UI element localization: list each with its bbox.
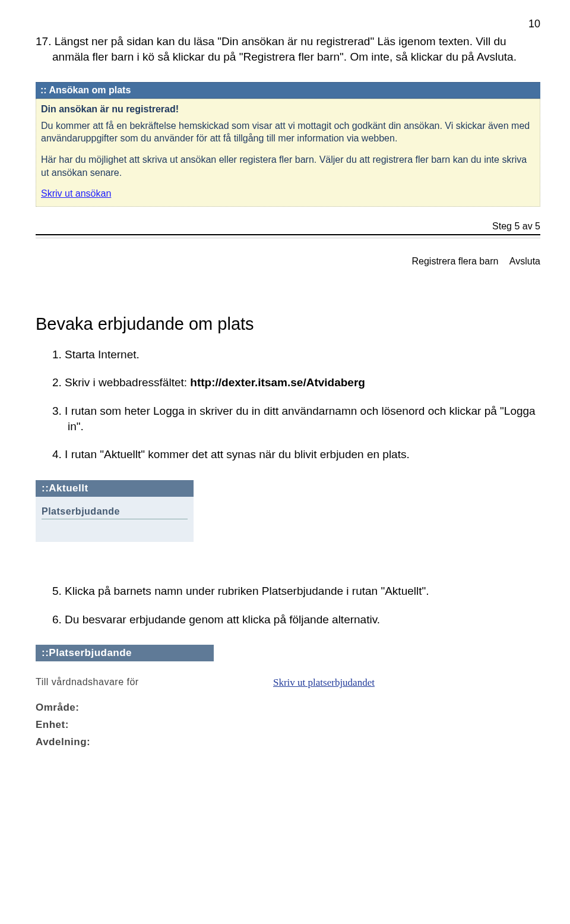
confirmation-paragraph-2: Här har du möjlighet att skriva ut ansök… xyxy=(41,153,535,179)
field-enhet: Enhet: xyxy=(36,717,540,734)
step-indicator: Steg 5 av 5 xyxy=(36,221,540,232)
plats-row: Till vårdnadshavare för Skriv ut platser… xyxy=(36,677,540,689)
platserbjudande-box-header: ::Platserbjudande xyxy=(36,645,214,661)
platserbjudande-subheading: Platserbjudande xyxy=(42,506,188,519)
finish-button[interactable]: Avsluta xyxy=(509,256,540,266)
list-item-text: 2. Skriv i webbadressfältet: xyxy=(52,376,190,389)
list-item: 3. I rutan som heter Logga in skriver du… xyxy=(68,403,540,434)
list-item: 5. Klicka på barnets namn under rubriken… xyxy=(68,584,540,599)
page-number: 10 xyxy=(36,18,540,30)
register-more-button[interactable]: Registrera flera barn xyxy=(412,256,499,266)
field-omrade: Område: xyxy=(36,699,540,717)
print-offer-link[interactable]: Skriv ut platserbjudandet xyxy=(273,677,375,689)
confirmation-title: Din ansökan är nu registrerad! xyxy=(41,103,535,116)
list-item: 6. Du besvarar erbjudande genom att klic… xyxy=(68,612,540,627)
ansokan-box-header: :: Ansökan om plats xyxy=(36,82,540,99)
divider-thick xyxy=(36,234,540,235)
section-heading-bevaka: Bevaka erbjudande om plats xyxy=(36,314,540,334)
print-application-link[interactable]: Skriv ut ansökan xyxy=(41,188,111,198)
confirmation-paragraph-1: Du kommer att få en bekräftelse hemskick… xyxy=(41,119,535,145)
action-row: Registrera flera barn Avsluta xyxy=(36,256,540,267)
confirmation-box: Din ansökan är nu registrerad! Du kommer… xyxy=(36,99,540,207)
bevaka-list: 1. Starta Internet. 2. Skriv i webbadres… xyxy=(36,347,540,462)
url-bold: http://dexter.itsam.se/Atvidaberg xyxy=(190,376,365,389)
fields-block: Område: Enhet: Avdelning: xyxy=(36,699,540,751)
list-item: 2. Skriv i webbadressfältet: http://dext… xyxy=(68,375,540,390)
field-avdelning: Avdelning: xyxy=(36,734,540,751)
list-item: 1. Starta Internet. xyxy=(68,347,540,362)
followup-list: 5. Klicka på barnets namn under rubriken… xyxy=(36,584,540,627)
list-item: 4. I rutan "Aktuellt" kommer det att syn… xyxy=(68,447,540,462)
divider-thin xyxy=(36,238,540,238)
aktuellt-box-header: ::Aktuellt xyxy=(36,480,194,497)
recipient-label: Till vårdnadshavare för xyxy=(36,677,273,689)
aktuellt-box: Platserbjudande xyxy=(36,497,194,542)
intro-paragraph: 17. Längst ner på sidan kan du läsa "Din… xyxy=(52,34,540,64)
